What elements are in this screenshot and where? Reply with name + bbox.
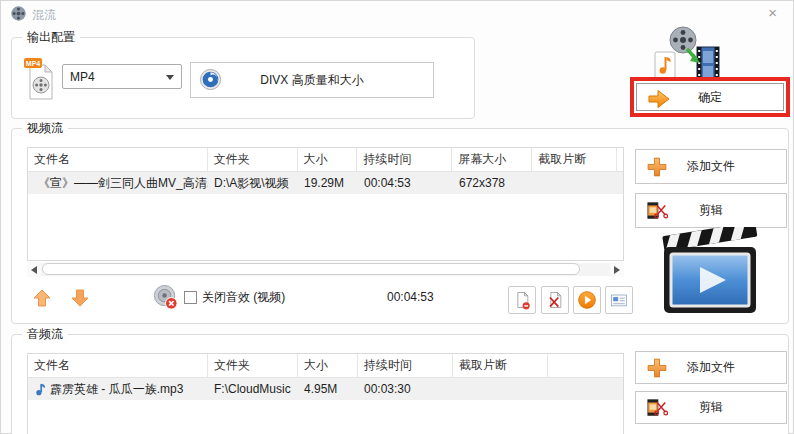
scrollbar-track[interactable]	[41, 263, 610, 276]
music-note-icon	[34, 383, 46, 396]
header-filler	[617, 148, 623, 171]
clapperboard-icon	[662, 227, 762, 317]
remove-file-button[interactable]	[508, 286, 536, 314]
ok-annotation-box: 确定	[630, 77, 790, 117]
audio-row-folder: F:\CloudMusic	[208, 378, 298, 400]
mux-dialog: 混流 × 输出配置 MP4 MP4 DIVX 高质量和大小	[0, 0, 794, 434]
close-icon[interactable]: ×	[768, 5, 777, 20]
audio-edit-label: 剪辑	[699, 399, 723, 416]
video-stream-label: 视频流	[22, 120, 68, 137]
video-table-hscrollbar[interactable]	[27, 262, 624, 277]
video-file-table: 文件名 文件夹 大小 持续时间 屏幕大小 截取片断 《宣》——剑三同人曲MV_高…	[27, 147, 624, 261]
video-row-folder: D:\A影视\视频	[208, 172, 298, 194]
header-folder[interactable]: 文件夹	[208, 148, 298, 171]
delete-all-button[interactable]	[541, 286, 569, 314]
header-clip[interactable]: 截取片断	[453, 354, 548, 377]
video-row-duration: 00:04:53	[358, 172, 453, 194]
mux-media-icon	[649, 25, 725, 83]
audio-add-file-label: 添加文件	[687, 359, 735, 376]
header-filename[interactable]: 文件名	[28, 148, 208, 171]
title-bar: 混流 ×	[1, 1, 793, 25]
output-config-group: 输出配置 MP4 MP4 DIVX 高质量和大小	[11, 37, 475, 119]
video-row-name: 《宣》——剑三同人曲MV_高清...	[38, 172, 208, 194]
properties-button[interactable]	[605, 286, 633, 314]
move-down-icon[interactable]	[70, 288, 90, 308]
audio-table-header: 文件名 文件夹 大小 持续时间 截取片断	[28, 354, 623, 378]
video-row-screen: 672x378	[453, 172, 533, 194]
video-total-duration: 00:04:53	[387, 290, 434, 304]
move-up-icon[interactable]	[32, 288, 52, 308]
mp4-badge-text: MP4	[26, 60, 41, 67]
header-clip[interactable]: 截取片断	[532, 148, 617, 171]
film-reel-icon	[10, 5, 27, 22]
header-size[interactable]: 大小	[298, 148, 358, 171]
play-icon	[577, 290, 597, 310]
window-title: 混流	[32, 7, 56, 24]
audio-row-duration: 00:03:30	[358, 378, 453, 400]
output-config-label: 输出配置	[22, 29, 80, 46]
header-duration[interactable]: 持续时间	[358, 354, 453, 377]
mute-checkbox-label: 关闭音效 (视频)	[202, 289, 285, 306]
chevron-down-icon	[166, 75, 174, 80]
video-edit-button[interactable]: 剪辑	[635, 193, 787, 228]
ok-arrow-icon	[647, 88, 671, 110]
video-toolbar: 关闭音效 (视频) 00:04:53	[12, 284, 632, 320]
mp4-file-icon: MP4	[24, 58, 56, 100]
delete-file-icon	[545, 290, 565, 310]
scroll-right-icon[interactable]	[610, 262, 624, 277]
remove-file-icon	[512, 290, 532, 310]
ok-button[interactable]: 确定	[636, 83, 784, 111]
clip-scissors-icon	[646, 397, 668, 419]
video-row-size: 19.29M	[298, 172, 358, 194]
profile-button[interactable]: DIVX 高质量和大小	[190, 62, 434, 98]
properties-icon	[609, 290, 629, 310]
plus-icon	[646, 156, 668, 178]
header-screen[interactable]: 屏幕大小	[452, 148, 532, 171]
video-add-file-button[interactable]: 添加文件	[635, 149, 787, 184]
video-table-header: 文件名 文件夹 大小 持续时间 屏幕大小 截取片断	[28, 148, 623, 172]
video-stream-group: 视频流 文件名 文件夹 大小 持续时间 屏幕大小 截取片断 《宣》——剑	[11, 128, 789, 324]
scrollbar-thumb[interactable]	[42, 263, 580, 275]
header-filler	[548, 354, 623, 377]
plus-icon	[646, 357, 668, 379]
mute-speaker-icon	[152, 284, 179, 311]
audio-row-clip	[453, 378, 548, 400]
scroll-left-icon[interactable]	[27, 262, 41, 277]
video-add-file-label: 添加文件	[687, 158, 735, 175]
header-filename[interactable]: 文件名	[28, 354, 208, 377]
audio-add-file-button[interactable]: 添加文件	[635, 351, 787, 384]
video-edit-label: 剪辑	[699, 202, 723, 219]
format-select-value: MP4	[70, 70, 95, 84]
play-button[interactable]	[573, 286, 601, 314]
audio-stream-group: 音频流 文件名 文件夹 大小 持续时间 截取片断 霹雳英雄 - 瓜瓜一族.mp3	[11, 334, 789, 434]
video-table-row[interactable]: 《宣》——剑三同人曲MV_高清... D:\A影视\视频 19.29M 00:0…	[28, 172, 623, 194]
header-duration[interactable]: 持续时间	[357, 148, 452, 171]
audio-table-row[interactable]: 霹雳英雄 - 瓜瓜一族.mp3 F:\CloudMusic 4.95M 00:0…	[28, 378, 623, 400]
audio-row-size: 4.95M	[298, 378, 358, 400]
header-size[interactable]: 大小	[298, 354, 358, 377]
audio-row-name: 霹雳英雄 - 瓜瓜一族.mp3	[50, 378, 183, 400]
format-select[interactable]: MP4	[62, 64, 182, 89]
ok-button-label: 确定	[698, 89, 722, 106]
audio-file-table: 文件名 文件夹 大小 持续时间 截取片断 霹雳英雄 - 瓜瓜一族.mp3 F:\…	[27, 353, 624, 434]
video-row-clip	[533, 172, 618, 194]
codec-gear-icon	[199, 68, 222, 91]
profile-button-label: DIVX 高质量和大小	[260, 72, 363, 89]
clip-scissors-icon	[646, 200, 668, 222]
audio-stream-label: 音频流	[22, 326, 68, 343]
mute-checkbox[interactable]	[184, 291, 197, 304]
audio-edit-button[interactable]: 剪辑	[635, 391, 787, 424]
header-folder[interactable]: 文件夹	[208, 354, 298, 377]
